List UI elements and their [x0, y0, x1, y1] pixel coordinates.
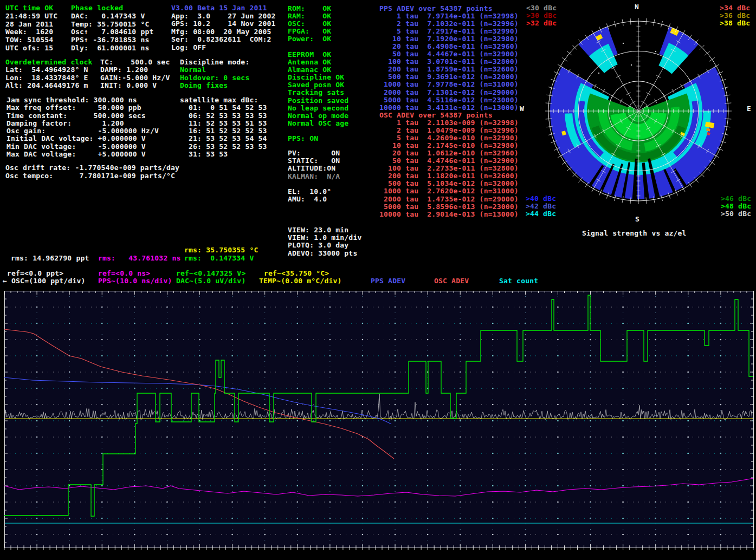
position-block: Overdetermined clockLat: 54.4964928° NLo…: [5, 58, 93, 89]
polar-compass-south: S: [635, 215, 639, 223]
version-block: V3.00 Beta 15 Jan 2011App: 3.0 27 Jun 20…: [171, 4, 276, 52]
osc-params-block: Jam sync threshold: 300.000 nsMax freq o…: [7, 96, 159, 158]
loop-params-block: TC: 500.0 secDAMP: 1.200GAIN:-5.000 Hz/V…: [100, 58, 170, 89]
rms-osc: rms: 14.962790 ppt: [11, 255, 89, 262]
satellite-max-dbc-block: satellite max dBc: 01: 0 51 54 52 53 06:…: [180, 96, 267, 158]
osc-adev-table: OSC ADEV over 54387 points 1 tau 2.1103e…: [379, 112, 519, 218]
legend-osc-adev: OSC ADEV: [434, 277, 469, 285]
polar-plot-title: Signal strength vs az/el: [582, 229, 687, 237]
discipline-mode-block: Discipline mode:NormalHoldover: 0 secsDo…: [180, 58, 249, 89]
view-queue-block: VIEW: 23.0 minVIEW: 1.0 min/divPLOTQ: 3.…: [288, 226, 361, 257]
polar-compass-east: E: [747, 105, 751, 113]
signal-strength-polar-plot: [542, 15, 735, 207]
phase-lock-block: Phase lockedDAC: 0.147343 VTemp: 35.7500…: [71, 4, 154, 53]
ref-pps: ref=<0.0 ns>: [98, 270, 150, 277]
receiver-status-block: EEPROM OKAntenna OKAlmanac OKDiscipline …: [288, 51, 348, 127]
dbc-legend-top-right: >34 dBc>36 dBc>38 dBc: [720, 4, 750, 27]
history-plot: [0, 287, 756, 560]
pps-adev-table: PPS ADEV over 54387 points 1 tau 7.9714e…: [379, 5, 519, 112]
legend-pps-adev: PPS ADEV: [371, 277, 405, 285]
polar-compass-west: W: [520, 105, 524, 113]
scale-dac: DAC~(5.0 uV/div): [176, 277, 245, 285]
legend-sat-count: Sat count: [499, 277, 538, 285]
ref-dac: ref~<0.147325 V>: [176, 270, 245, 277]
fix-mode-block: PV: ONSTATIC: ONALTITUDE:ONKALMAN: N/A: [288, 149, 340, 180]
ref-osc: ref=<0.0 ppt>: [7, 270, 63, 277]
scale-pps: PPS~(10.0 ns/div): [98, 277, 172, 285]
mask-block: EL: 10.0°AMU: 4.0: [288, 188, 331, 204]
dbc-legend-bottom-left: >40 dBc>42 dBc>44 dBc: [526, 195, 556, 218]
polar-compass-north: N: [635, 3, 639, 11]
dbc-legend-top-left: <30 dBc>30 dBc>32 dBc: [526, 4, 557, 27]
rms-dac: rms: 0.147334 V: [184, 255, 254, 262]
hardware-status-block: ROM: OKRAM: OKOSC: OKFPGA: OKPower: OK: [288, 5, 331, 43]
dbc-legend-bottom-right: >46 dBc>48 dBc>50 dBc: [721, 195, 751, 218]
rms-temp: rms: 35.750355 °C: [184, 246, 258, 254]
scale-temp: TEMP~(0.00 m°C/div): [259, 277, 342, 285]
rms-pps: rms: 43.761032 ns: [98, 255, 181, 262]
lady-heather-screen: N S E W Signal strength vs az/el UTC tim…: [0, 0, 756, 560]
scale-osc: ← OSC=(100 ppt/div): [3, 277, 86, 285]
utc-time-block: UTC time OK21:48:59 UTC28 Jan 2011Week: …: [5, 4, 57, 53]
osc-drift-block: Osc drift rate: -1.770540e-009 parts/day…: [5, 164, 179, 180]
pps-status: PPS: ON: [288, 135, 318, 142]
ref-temp: ref~<35.750 °C>: [264, 270, 329, 277]
